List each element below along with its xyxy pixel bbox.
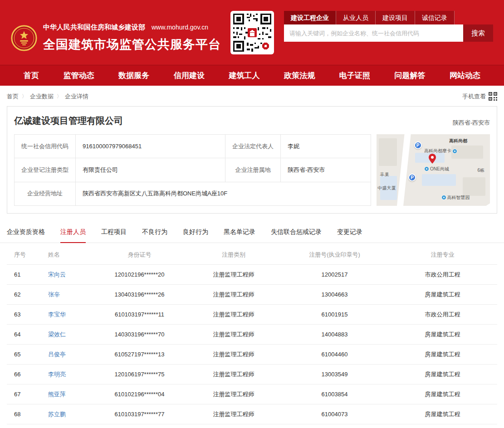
map-label-6: 高科智慧园 [441, 195, 470, 201]
map-preview[interactable]: PP高科尚都高科尚都摩卡ONE尚城6栋丰巢中盛大厦高科智慧园 [377, 134, 490, 206]
column-header-2: 身份证号 [93, 251, 186, 259]
map-label-text: 高科智慧园 [447, 195, 470, 201]
header-qr-code [230, 11, 274, 54]
nav-item-4[interactable]: 建筑工人 [229, 70, 260, 81]
detail-tab-2[interactable]: 工程项目 [101, 228, 127, 243]
table-cell: 63 [7, 311, 39, 318]
search-tab-3[interactable]: 诚信记录 [415, 11, 455, 24]
nav-item-0[interactable]: 首页 [24, 70, 39, 81]
breadcrumb: 首页〉企业数据〉企业详情 [7, 92, 88, 101]
nav-item-1[interactable]: 监管动态 [64, 70, 94, 81]
detail-tab-5[interactable]: 黑名单记录 [224, 228, 255, 243]
detail-tab-4[interactable]: 良好行为 [183, 228, 208, 243]
column-header-0: 序号 [7, 251, 39, 259]
table-cell: 12002517 [281, 271, 388, 278]
table-row: 64梁效仁140303196******70注册监理工程师14004883房屋建… [7, 325, 497, 345]
table-cell: 注册监理工程师 [186, 370, 281, 379]
breadcrumb-item-1[interactable]: 企业数据 [30, 92, 54, 101]
nav-item-5[interactable]: 政策法规 [284, 70, 315, 81]
table-row: 65吕俊亭610527197******13注册监理工程师61004460房屋建… [7, 345, 497, 365]
nav-item-2[interactable]: 数据服务 [118, 70, 149, 81]
nav-item-6[interactable]: 电子证照 [339, 70, 370, 81]
detail-tab-0[interactable]: 企业资质资格 [7, 228, 45, 243]
table-cell: 注册监理工程师 [186, 291, 281, 299]
parking-icon: P [408, 174, 416, 181]
table-body: 61宋向云120102196******20注册监理工程师12002517市政公… [7, 265, 497, 424]
info-label: 企业法定代表人 [225, 135, 281, 158]
map-label-text: ONE尚城 [430, 166, 449, 172]
poi-icon [452, 149, 457, 154]
detail-tab-3[interactable]: 不良行为 [142, 228, 167, 243]
registered-personnel-table: 序号姓名身份证号注册类别注册号(执业印章号)注册专业 61宋向云12010219… [0, 245, 504, 424]
brand-block: 中华人民共和国住房和城乡建设部 www.mohurd.gov.cn 全国建筑市场… [11, 11, 218, 65]
table-cell: 房屋建筑工程 [388, 370, 497, 379]
person-name-link[interactable]: 苏立鹏 [39, 410, 93, 418]
breadcrumb-separator: 〉 [57, 93, 62, 100]
table-cell: 房屋建筑工程 [388, 331, 497, 339]
map-building [463, 177, 485, 196]
search-tab-0[interactable]: 建设工程企业 [284, 11, 336, 24]
table-cell: 61001915 [281, 311, 388, 318]
nav-item-8[interactable]: 网站动态 [450, 70, 480, 81]
mobile-view-link[interactable]: 手机查看 [462, 92, 497, 101]
table-row: 68苏立鹏610103197******77注册监理工程师61004073房屋建… [7, 404, 497, 424]
person-name-link[interactable]: 张辛 [39, 291, 93, 299]
info-row: 企业登记注册类型有限责任公司企业注册属地陕西省-西安市 [15, 158, 371, 182]
person-name-link[interactable]: 李明亮 [39, 370, 93, 379]
map-label-text: 中盛大厦 [378, 185, 396, 191]
table-row: 67熊亚萍610102196******04注册监理工程师61003854房屋建… [7, 384, 497, 404]
company-card-header: 亿诚建设项目管理有限公司 陕西省-西安市 [14, 115, 490, 127]
search-tab-1[interactable]: 从业人员 [336, 11, 376, 24]
table-cell: 61004460 [281, 351, 388, 358]
map-pin-icon [429, 154, 436, 164]
breadcrumb-item-0[interactable]: 首页 [7, 92, 19, 101]
info-value: 916100007979068451 [76, 135, 225, 158]
search-button[interactable]: 搜索 [463, 24, 493, 42]
table-cell: 610102196******04 [93, 391, 186, 398]
table-row: 66李明亮120106197******75注册监理工程师13003549房屋建… [7, 365, 497, 384]
person-name-link[interactable]: 宋向云 [39, 271, 93, 279]
info-label: 统一社会信用代码 [15, 135, 76, 158]
qr-mini-icon [489, 92, 497, 101]
national-emblem-logo [11, 25, 37, 51]
brand-text: 中华人民共和国住房和城乡建设部 www.mohurd.gov.cn 全国建筑市场… [43, 23, 221, 53]
table-cell: 130403196******26 [93, 291, 186, 298]
table-cell: 注册监理工程师 [186, 390, 281, 399]
table-row: 63李宝华610103197******11注册监理工程师61001915市政公… [7, 305, 497, 325]
map-label-4: 丰巢 [380, 171, 389, 178]
info-label: 企业注册属地 [225, 158, 281, 182]
info-value: 陕西省-西安市 [281, 158, 371, 182]
detail-tab-6[interactable]: 失信联合惩戒记录 [271, 228, 322, 243]
table-cell: 市政公用工程 [388, 311, 497, 319]
map-building [379, 138, 397, 165]
site-url: www.mohurd.gov.cn [152, 24, 208, 31]
person-name-link[interactable]: 吕俊亭 [39, 350, 93, 359]
nav-item-3[interactable]: 信用建设 [174, 70, 205, 81]
search-tab-2[interactable]: 建设项目 [376, 11, 415, 24]
breadcrumb-row: 首页〉企业数据〉企业详情 手机查看 [0, 86, 504, 106]
table-cell: 610103197******77 [93, 411, 186, 418]
map-road [396, 134, 411, 206]
detail-tab-7[interactable]: 变更记录 [337, 228, 362, 243]
table-cell: 13004663 [281, 291, 388, 298]
column-header-1: 姓名 [39, 251, 93, 259]
map-label-text: 高科尚都摩卡 [424, 148, 451, 154]
search-tabs: 建设工程企业从业人员建设项目诚信记录 [284, 11, 493, 24]
info-label: 企业经营地址 [15, 182, 76, 205]
map-label-text: 丰巢 [380, 171, 389, 178]
search-row: 搜索 [284, 24, 493, 42]
search-input[interactable] [284, 24, 463, 42]
column-header-5: 注册专业 [388, 251, 497, 259]
main-nav: 首页监管动态数据服务信用建设建筑工人政策法规电子证照问题解答网站动态 [0, 65, 504, 86]
table-cell: 61 [7, 271, 39, 278]
table-cell: 房屋建筑工程 [388, 291, 497, 299]
company-name: 亿诚建设项目管理有限公司 [14, 115, 123, 127]
person-name-link[interactable]: 李宝华 [39, 311, 93, 319]
breadcrumb-item-2[interactable]: 企业详情 [65, 92, 88, 101]
detail-tab-1[interactable]: 注册人员 [60, 228, 86, 243]
person-name-link[interactable]: 梁效仁 [39, 331, 93, 339]
nav-item-7[interactable]: 问题解答 [394, 70, 425, 81]
person-name-link[interactable]: 熊亚萍 [39, 390, 93, 399]
mobile-view-label: 手机查看 [462, 92, 486, 101]
map-label-0: 高科尚都 [449, 138, 467, 144]
